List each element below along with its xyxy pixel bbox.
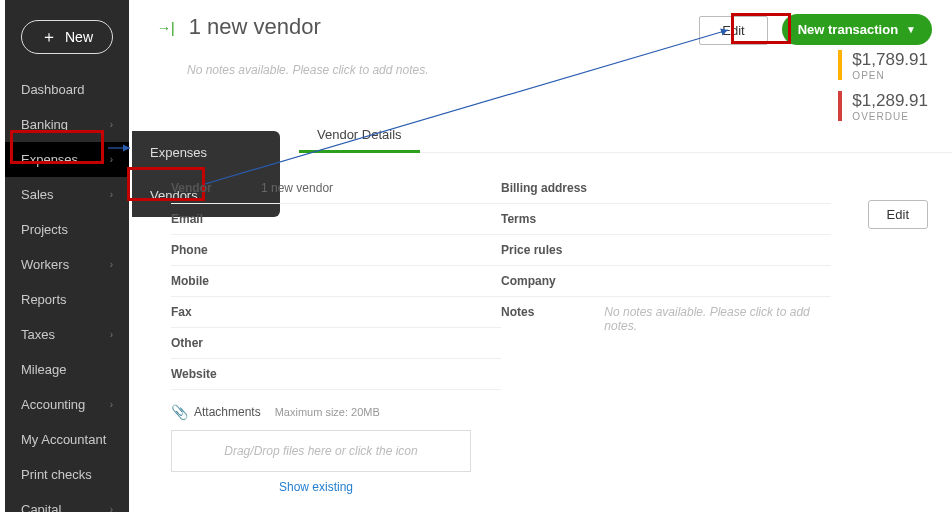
notes-placeholder[interactable]: No notes available. Please click to add …	[187, 63, 952, 77]
attachments-section: 📎 Attachments Maximum size: 20MB Drag/Dr…	[171, 404, 952, 494]
field-fax: Fax	[171, 297, 501, 328]
sidebar: ＋ New Dashboard Banking› Expenses› Sales…	[5, 0, 129, 512]
sidebar-item-dashboard[interactable]: Dashboard	[5, 72, 129, 107]
summary-overdue: $1,289.91 OVERDUE	[838, 91, 928, 122]
summary-panel: $1,789.91 OPEN $1,289.91 OVERDUE	[838, 50, 928, 132]
details-col-right: Billing address Terms Price rules Compan…	[501, 173, 831, 390]
open-bar-icon	[838, 50, 842, 80]
sidebar-item-capital[interactable]: Capital›	[5, 492, 129, 512]
sidebar-item-accounting[interactable]: Accounting›	[5, 387, 129, 422]
page-title: 1 new vendor	[189, 14, 700, 40]
chevron-right-icon: ›	[110, 329, 113, 340]
paperclip-icon: 📎	[171, 404, 188, 420]
chevron-right-icon: ›	[110, 259, 113, 270]
chevron-right-icon: ›	[110, 119, 113, 130]
sidebar-item-my-accountant[interactable]: My Accountant	[5, 422, 129, 457]
details-col-left: Vendor1 new vendor Email Phone Mobile Fa…	[171, 173, 501, 390]
attachments-dropzone[interactable]: Drag/Drop files here or click the icon	[171, 430, 471, 472]
overdue-label: OVERDUE	[852, 111, 928, 122]
new-button-label: New	[65, 29, 93, 45]
sidebar-item-workers[interactable]: Workers›	[5, 247, 129, 282]
sidebar-item-taxes[interactable]: Taxes›	[5, 317, 129, 352]
field-terms: Terms	[501, 204, 831, 235]
sidebar-item-banking[interactable]: Banking›	[5, 107, 129, 142]
overdue-amount: $1,289.91	[852, 91, 928, 111]
field-billing-address: Billing address	[501, 173, 831, 204]
open-label: OPEN	[852, 70, 928, 81]
collapse-sidebar-icon[interactable]: →|	[157, 20, 175, 36]
sidebar-item-expenses[interactable]: Expenses›	[5, 142, 129, 177]
plus-icon: ＋	[41, 27, 57, 48]
field-mobile: Mobile	[171, 266, 501, 297]
chevron-right-icon: ›	[110, 154, 113, 165]
tab-vendor-details[interactable]: Vendor Details	[299, 117, 420, 152]
edit-details-button[interactable]: Edit	[868, 200, 928, 229]
sidebar-item-reports[interactable]: Reports	[5, 282, 129, 317]
field-vendor: Vendor1 new vendor	[171, 173, 501, 204]
caret-down-icon: ▼	[906, 24, 916, 35]
sidebar-item-mileage[interactable]: Mileage	[5, 352, 129, 387]
field-company: Company	[501, 266, 831, 297]
summary-open: $1,789.91 OPEN	[838, 50, 928, 81]
notes-value[interactable]: No notes available. Please click to add …	[604, 305, 831, 333]
sidebar-item-print-checks[interactable]: Print checks	[5, 457, 129, 492]
field-email: Email	[171, 204, 501, 235]
chevron-right-icon: ›	[110, 189, 113, 200]
main-content: →| 1 new vendor Edit New transaction ▼ N…	[129, 0, 952, 512]
sidebar-item-sales[interactable]: Sales›	[5, 177, 129, 212]
field-price-rules: Price rules	[501, 235, 831, 266]
attachments-max-size: Maximum size: 20MB	[275, 406, 380, 418]
chevron-right-icon: ›	[110, 504, 113, 512]
field-website: Website	[171, 359, 501, 390]
show-existing-link[interactable]: Show existing	[279, 480, 952, 494]
attachments-label: Attachments	[194, 405, 261, 419]
vendor-details-panel: Vendor1 new vendor Email Phone Mobile Fa…	[171, 173, 952, 390]
header: →| 1 new vendor Edit New transaction ▼	[129, 0, 952, 45]
new-transaction-button[interactable]: New transaction ▼	[782, 14, 932, 45]
edit-button[interactable]: Edit	[699, 16, 767, 45]
overdue-bar-icon	[838, 91, 842, 121]
attachments-header: 📎 Attachments Maximum size: 20MB	[171, 404, 952, 420]
field-notes: Notes No notes available. Please click t…	[501, 297, 831, 341]
new-button[interactable]: ＋ New	[21, 20, 113, 54]
chevron-right-icon: ›	[110, 399, 113, 410]
open-amount: $1,789.91	[852, 50, 928, 70]
field-phone: Phone	[171, 235, 501, 266]
sidebar-item-projects[interactable]: Projects	[5, 212, 129, 247]
field-other: Other	[171, 328, 501, 359]
